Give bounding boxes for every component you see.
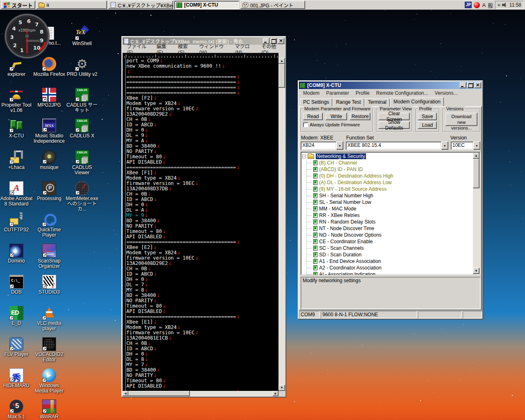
tree-item[interactable]: RN - Random Delay Slots [307, 219, 472, 225]
desktop-icon-mpg2jpg[interactable]: MPG2JPG [33, 88, 66, 108]
xctu-menu-modem[interactable]: Modem [300, 89, 323, 97]
minimize-button[interactable] [460, 82, 466, 88]
taskbar-button-1[interactable]: a [37, 1, 107, 9]
desktop-icon-adobe-acrobat-8-standard[interactable]: Adobe Acrobat 8 Standard [0, 181, 33, 207]
desktop-icon-memmeter-exe[interactable]: MemMeter.exe へのショートカ... [66, 181, 98, 212]
tree-item[interactable]: NO - Node Discover Options [307, 232, 472, 238]
scroll-up-icon[interactable]: ▲ [278, 58, 285, 64]
volume-icon[interactable] [502, 2, 508, 7]
modem-select[interactable]: XB24 ▼ [301, 142, 343, 150]
taskbar-button-3[interactable]: [COM9] X-CTU [174, 1, 239, 9]
tree-item[interactable]: (A) DL - Destination Address Low [307, 179, 472, 186]
xctu-titlebar[interactable]: [COM9] X-CTU [299, 82, 482, 89]
desktop-icon-dos[interactable]: DOS [0, 275, 33, 295]
tree-item[interactable]: CE - Coordinator Enable [307, 238, 472, 245]
tree-scrollbar[interactable]: ▲ ▼ [473, 153, 479, 274]
tree-collapse-icon[interactable]: - [302, 155, 306, 158]
desktop-icon-cutftp32[interactable]: CUTFTP32 [0, 212, 33, 233]
tray-app-icon[interactable] [474, 2, 480, 8]
tree-item[interactable]: A1 - End Device Association [307, 258, 472, 265]
download-new-versions-button[interactable]: Download new versions... [445, 113, 477, 126]
tree-item[interactable]: RR - XBee Retries [307, 212, 472, 219]
tree-root-networking-security[interactable]: - Networking & Security [302, 153, 472, 160]
scroll-left-icon[interactable]: ◄ [123, 391, 128, 396]
tachometer-clock-widget[interactable]: 12345678910 x1000rpm WARNING [3, 12, 51, 60]
desktop-icon-processing[interactable]: Processing [33, 181, 66, 201]
scrollbar-thumb[interactable] [278, 64, 285, 88]
desktop-icon-hidemaru[interactable]: HIDEMARU [0, 368, 33, 388]
scroll-right-icon[interactable]: ► [273, 391, 278, 396]
desktop-icon-pro-utility-v2[interactable]: PRO Utility v2 [66, 57, 98, 77]
chevron-down-icon[interactable]: ▼ [441, 142, 448, 150]
read-button[interactable]: Read [303, 113, 323, 120]
editor-horizontal-scrollbar[interactable]: ◄ ► [123, 391, 278, 396]
desktop-icon-scansnap-organizer[interactable]: ScanSnap Organizer [33, 244, 66, 269]
desktop-icon-cadlus-x[interactable]: CADLUS X [66, 119, 98, 139]
tray-chevron-button[interactable]: « [498, 2, 500, 8]
editor-text-area[interactable]: port = COM9↓new XBee communication = 960… [123, 58, 278, 391]
ime-language-badge[interactable]: JP [465, 2, 472, 8]
desktop-icon-music-studio-independence[interactable]: Music Studio Independence [33, 119, 66, 144]
xctu-menu-parameter[interactable]: Parameter [323, 89, 352, 97]
xctu-menu-versions[interactable]: Versions... [431, 89, 461, 97]
restore-button[interactable]: Restore [350, 113, 370, 120]
always-update-firmware-checkbox[interactable] [303, 122, 308, 127]
scroll-up-icon[interactable]: ▲ [473, 153, 479, 159]
desktop-icon-vocaloid2-editor[interactable]: VOCALOID2 Editor [33, 337, 66, 363]
taskbar-button-4[interactable]: 001.JPG - ペイント [240, 1, 305, 9]
scroll-down-icon[interactable]: ▼ [473, 268, 479, 274]
desktop-icon-x-ctu[interactable]: X-CTU [0, 119, 33, 139]
maximize-button[interactable] [270, 38, 277, 44]
desktop-icon-musique[interactable]: musique [33, 150, 66, 170]
desktop-icon-vlc-media-player[interactable]: VLC media player [33, 306, 66, 331]
desktop-icon-cadlus-viewer[interactable]: CADLUS Viewer [66, 150, 98, 176]
tab-pc-settings[interactable]: PC Settings [300, 98, 332, 106]
desktop-icon-winrar[interactable]: WinRAR [33, 399, 66, 420]
maximize-button[interactable] [467, 82, 474, 88]
ime-conversion-mode[interactable]: 般 [488, 1, 493, 9]
desktop-icon-flv-player[interactable]: FLV Player [0, 337, 33, 357]
tree-item[interactable]: SL - Serial Number Low [307, 199, 472, 205]
tree-item[interactable]: A2 - Coordinator Association [307, 265, 472, 271]
scroll-down-icon[interactable]: ▼ [278, 385, 285, 391]
tree-item[interactable]: SD - Scan Duration [307, 251, 472, 258]
desktop-icon-propeller-tool-v1-06[interactable]: Propeller Tool v1.06 [0, 88, 33, 113]
desktop-icon-quicktime-player[interactable]: QuickTime Player [33, 212, 66, 238]
taskbar-button-2[interactable]: C:¥..¥デスクトップ¥XBee_m... [108, 1, 173, 9]
xctu-menu-remote-configuration[interactable]: Remote Configuration... [373, 89, 431, 97]
tree-item[interactable]: SH - Serial Number High [307, 192, 472, 199]
minimize-button[interactable] [263, 38, 269, 44]
desktop-icon-mozilla-firefox[interactable]: Mozilla Firefox [33, 57, 66, 77]
tree-item[interactable]: MM - MAC Mode [307, 205, 472, 212]
chevron-down-icon[interactable]: ▼ [336, 142, 343, 150]
desktop-icon-windows-media-player[interactable]: Windows Media Player [33, 368, 66, 394]
desktop-icon-studio3[interactable]: STUDIO3 [33, 275, 66, 295]
show-defaults-button[interactable]: Show Defaults [379, 121, 410, 129]
desktop-icon-cadlus[interactable]: CADLUS サーキット [66, 88, 98, 113]
scrollbar-thumb[interactable] [473, 159, 479, 188]
tab-modem-configuration[interactable]: Modem Configuration [390, 97, 444, 106]
tab-range-test[interactable]: Range Test [333, 98, 364, 106]
ime-input-mode[interactable]: A [482, 2, 486, 8]
desktop-icon-winshell[interactable]: WinShell [66, 26, 98, 46]
xctu-menu-profile[interactable]: Profile [352, 89, 373, 97]
tree-item[interactable]: (0) DH - Destination Address High [307, 173, 472, 179]
desktop-icon-explorer[interactable]: explorer [0, 57, 33, 77]
function-set-select[interactable]: XBEE 802.15.4 ▼ [346, 142, 448, 150]
close-button[interactable] [475, 82, 481, 88]
close-button[interactable] [278, 38, 284, 44]
tree-item[interactable]: (B) CH - Channel [307, 160, 472, 166]
scrollbar-thumb[interactable] [128, 391, 190, 396]
desktop-icon-e-d[interactable]: E_D [0, 306, 33, 326]
editor-vertical-scrollbar[interactable]: ▲ ▼ [278, 58, 285, 391]
start-button[interactable]: スタート [1, 1, 35, 9]
tab-terminal[interactable]: Terminal [365, 98, 390, 106]
desktop-icon-domino[interactable]: Domino [0, 244, 33, 264]
tree-item[interactable]: (ABCD) ID - PAN ID [307, 166, 472, 173]
write-button[interactable]: Write [326, 113, 347, 120]
tree-item[interactable]: SC - Scan Channels [307, 245, 472, 251]
tree-item[interactable]: NT - Node Discover Time [307, 225, 472, 232]
save-button[interactable]: Save [418, 113, 437, 120]
desktop-icon-max-5-1[interactable]: Max 5.1 [0, 399, 33, 420]
tree-item[interactable]: (9) MY - 16-bit Source Address [307, 186, 472, 192]
